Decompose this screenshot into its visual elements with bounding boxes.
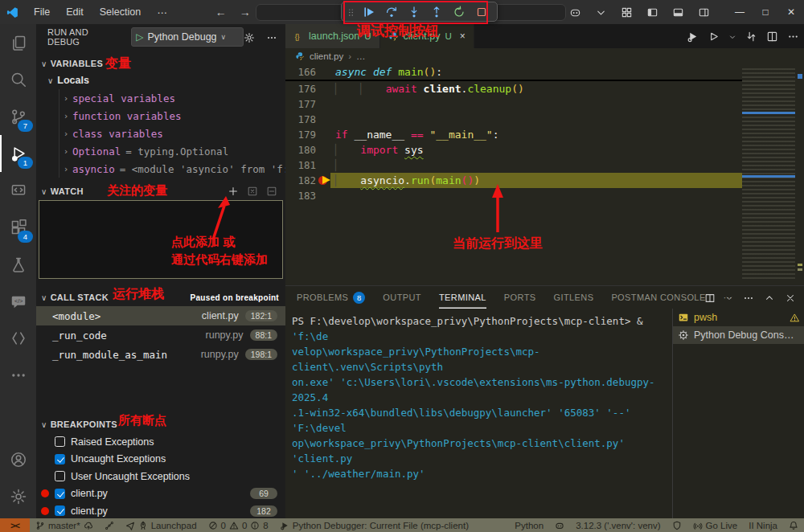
close-tab-icon[interactable]: × — [460, 31, 466, 42]
variables-section-header[interactable]: ∨VARIABLES — [36, 55, 285, 72]
close-button[interactable]: ✕ — [778, 0, 804, 24]
line-number[interactable]: 181 — [285, 158, 316, 173]
status-debug-config[interactable]: Python Debugger: Current File (mcp-clien… — [274, 518, 474, 532]
activity-search[interactable] — [0, 61, 36, 98]
launch-profile-button[interactable] — [725, 292, 733, 304]
activity-source-control[interactable]: 7 — [0, 98, 36, 135]
status-notifications[interactable] — [783, 518, 804, 532]
toggle-sidebar-button[interactable] — [640, 0, 664, 24]
breakpoint-gutter[interactable] — [316, 96, 335, 112]
locals-scope[interactable]: ∨ Locals — [47, 72, 89, 88]
activity-testing[interactable] — [0, 246, 36, 283]
activity-run-and-debug[interactable]: 1 — [0, 135, 36, 172]
more-actions-button[interactable] — [787, 30, 799, 43]
open-changes-button[interactable] — [745, 30, 757, 43]
nav-back-button[interactable]: ← — [215, 6, 227, 18]
line-number[interactable]: 183 — [285, 188, 316, 203]
activity-remote-explorer[interactable] — [0, 172, 36, 209]
variable-row[interactable]: › Optional= typing.Optional — [59, 142, 285, 160]
status-problems-summary[interactable]: 008 — [203, 518, 274, 532]
breakpoint-row[interactable]: client.py 69 — [36, 485, 285, 503]
activity-accounts[interactable] — [0, 441, 36, 478]
code-line-178[interactable]: 178 — [285, 112, 742, 127]
variable-row[interactable]: › function variables — [59, 107, 285, 125]
remote-indicator[interactable]: >< — [0, 518, 30, 532]
status-commit-graph[interactable] — [99, 518, 120, 532]
terminal-item-pwsh[interactable]: pwsh — [673, 309, 804, 326]
code-line-179[interactable]: 179 if __name__ == "__main__": — [285, 127, 742, 142]
panel-tab-postman-console[interactable]: POSTMAN CONSOLE — [611, 286, 705, 309]
breadcrumb[interactable]: client.py › … — [285, 48, 804, 64]
debug-views-more-button[interactable] — [266, 31, 277, 43]
breakpoint-row[interactable]: User Uncaught Exceptions — [36, 468, 285, 485]
line-number[interactable]: 182 — [285, 173, 316, 188]
code-editor[interactable]: client.py › … 166 async def main(): 176 … — [285, 48, 804, 285]
line-number[interactable]: 177 — [285, 96, 316, 112]
menu-selection[interactable]: Selection — [93, 5, 147, 20]
activity-extensions[interactable]: 4 — [0, 209, 36, 246]
debug-settings-button[interactable] — [244, 31, 255, 43]
panel-tab-gitlens[interactable]: GITLENS — [554, 286, 594, 309]
code-line-182[interactable]: 182 ▏ asyncio.run(main()) — [285, 173, 742, 188]
toggle-panel-button[interactable] — [666, 0, 690, 24]
breakpoint-row[interactable]: Uncaught Exceptions — [36, 451, 285, 469]
activity-chat[interactable]: </> — [0, 283, 36, 320]
stack-frame[interactable]: _run_code runpy.py 88:1 — [36, 325, 285, 345]
code-line-166[interactable]: 166 async def main(): — [285, 64, 742, 81]
status-go-live[interactable]: Go Live — [687, 518, 744, 532]
run-dropdown-button[interactable] — [728, 31, 736, 43]
collapse-all-button[interactable] — [266, 186, 277, 197]
start-debug-icon[interactable]: ▷ — [136, 31, 143, 43]
stack-frame[interactable]: <module> client.py 182:1 — [36, 306, 285, 325]
activity-explorer[interactable] — [0, 24, 36, 61]
status-copilot-status[interactable] — [549, 518, 570, 532]
breakpoint-checkbox[interactable] — [55, 489, 65, 499]
toggle-secondary-sidebar-button[interactable] — [691, 0, 716, 24]
code-line-181[interactable]: 181 ▏ — [285, 158, 742, 173]
breakpoint-gutter[interactable] — [316, 142, 335, 158]
run-python-file-button[interactable] — [708, 30, 720, 43]
line-number[interactable]: 180 — [285, 142, 316, 158]
minimap[interactable] — [742, 68, 795, 279]
remove-all-expressions-button[interactable] — [247, 186, 258, 197]
debug-config-dropdown[interactable]: ▷ Python Debugger ∨ — [131, 27, 244, 47]
code-line-176[interactable]: 176 ▏ ▏ await client.cleanup() — [285, 81, 742, 96]
stack-frame[interactable]: _run_module_as_main runpy.py 198:1 — [36, 345, 285, 364]
panel-more-button[interactable] — [743, 291, 754, 304]
activity-gitlens[interactable] — [0, 320, 36, 357]
copilot-menu-button[interactable] — [589, 0, 613, 24]
panel-tab-terminal[interactable]: TERMINAL — [439, 286, 486, 309]
code-line-183[interactable]: 183 — [285, 188, 742, 203]
minimize-button[interactable]: — — [727, 0, 753, 24]
panel-tab-ports[interactable]: PORTS — [504, 286, 536, 309]
terminal-output[interactable]: PS F:\develop\workspace_privy\PythonProj… — [292, 313, 667, 481]
status-language-mode[interactable]: Python — [509, 518, 549, 532]
split-terminal-button[interactable] — [704, 291, 716, 304]
breakpoint-checkbox[interactable] — [55, 436, 65, 447]
status-launchpad[interactable]: Launchpad — [120, 518, 203, 532]
line-number[interactable]: 179 — [285, 127, 316, 142]
activity-settings[interactable] — [0, 478, 36, 515]
expand-chevron-icon[interactable]: › — [59, 164, 72, 174]
breakpoint-row[interactable]: Raised Exceptions — [36, 433, 285, 451]
copilot-button[interactable] — [563, 0, 587, 24]
overview-ruler[interactable] — [796, 68, 804, 279]
breakpoint-checkbox[interactable] — [55, 454, 65, 464]
line-number[interactable]: 176 — [285, 81, 316, 96]
expand-chevron-icon[interactable]: › — [59, 93, 72, 104]
breakpoint-gutter[interactable] — [316, 188, 335, 203]
variable-row[interactable]: › class variables — [59, 125, 285, 142]
breakpoint-gutter[interactable] — [316, 127, 335, 142]
status-extension-status[interactable] — [667, 518, 687, 532]
status-python-interpreter[interactable]: 3.12.3 ('.venv': venv) — [570, 518, 666, 532]
code-line-177[interactable]: 177 — [285, 96, 742, 112]
menu-file[interactable]: File — [27, 5, 56, 20]
customize-layout-button[interactable] — [614, 0, 638, 24]
breakpoint-gutter[interactable] — [316, 158, 335, 173]
terminal-item-python-debug-cons[interactable]: Python Debug Cons… — [673, 326, 804, 344]
expand-chevron-icon[interactable]: › — [59, 146, 72, 157]
breakpoint-gutter[interactable] — [316, 112, 335, 127]
maximize-panel-button[interactable] — [764, 291, 775, 304]
line-number[interactable]: 178 — [285, 112, 316, 127]
code-line-180[interactable]: 180 ▏ import sys — [285, 142, 742, 158]
